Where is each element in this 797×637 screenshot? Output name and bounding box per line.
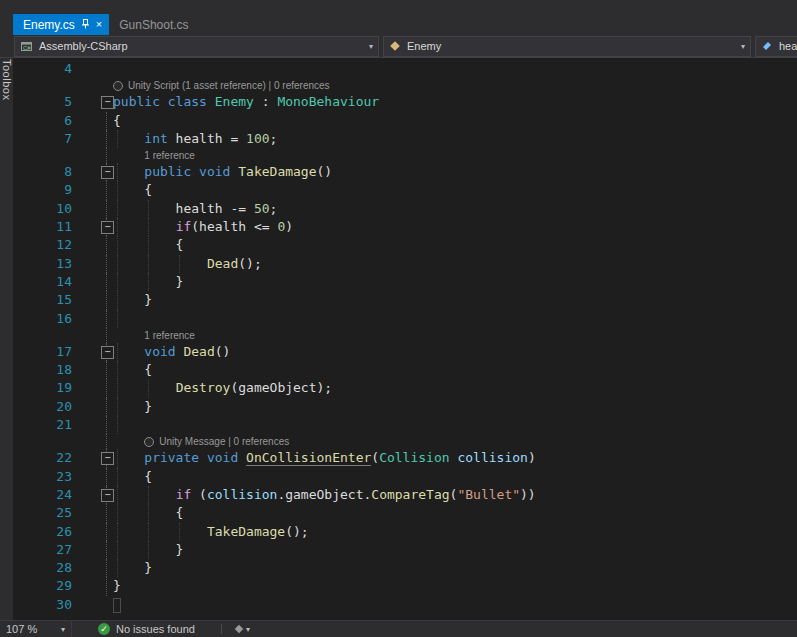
codelens-line[interactable]: Unity Script (1 asset reference) | 0 ref… bbox=[13, 78, 797, 93]
code-line-content[interactable]: } bbox=[113, 577, 797, 595]
code-line-content[interactable] bbox=[113, 416, 797, 434]
toolbox-tab[interactable]: Toolbox bbox=[0, 58, 13, 620]
caret-box bbox=[113, 598, 121, 613]
code-line[interactable]: 10 health -= 50; bbox=[13, 200, 797, 218]
code-line[interactable]: 24− if (collision.gameObject.CompareTag(… bbox=[13, 486, 797, 504]
indent-guide bbox=[117, 273, 118, 291]
code-line[interactable]: 26 TakeDamage(); bbox=[13, 523, 797, 541]
code-line-content[interactable]: Dead(); bbox=[113, 255, 797, 273]
code-line[interactable]: 7 int health = 100; bbox=[13, 130, 797, 148]
line-number: 16 bbox=[13, 310, 72, 328]
fold-collapse-icon[interactable]: − bbox=[101, 96, 114, 109]
code-line-content[interactable]: } bbox=[113, 541, 797, 559]
code-line[interactable]: 9 { bbox=[13, 181, 797, 199]
codelens-content[interactable]: Unity Message | 0 references bbox=[113, 434, 797, 449]
code-line[interactable]: 14 } bbox=[13, 273, 797, 291]
zoom-combo[interactable]: 107 % ▾ bbox=[0, 621, 72, 637]
code-line-content[interactable]: Destroy(gameObject); bbox=[113, 379, 797, 397]
code-line[interactable]: 21 bbox=[13, 416, 797, 434]
fold-collapse-icon[interactable]: − bbox=[101, 221, 114, 234]
codelens-line[interactable]: Unity Message | 0 references bbox=[13, 434, 797, 449]
code-line[interactable]: 17− void Dead() bbox=[13, 343, 797, 361]
code-line-content[interactable]: { bbox=[113, 468, 797, 486]
code-area: 4Unity Script (1 asset reference) | 0 re… bbox=[13, 60, 797, 614]
code-line[interactable]: 30 bbox=[13, 596, 797, 614]
member-dropdown[interactable]: health bbox=[755, 36, 797, 57]
code-line-content[interactable]: { bbox=[113, 361, 797, 379]
code-line[interactable]: 19 Destroy(gameObject); bbox=[13, 379, 797, 397]
document-health-indicator[interactable]: ✓ No issues found bbox=[98, 623, 195, 635]
codelens-text[interactable]: 1 reference bbox=[144, 328, 195, 343]
code-line-content[interactable]: public void TakeDamage() bbox=[113, 163, 797, 181]
code-line[interactable]: 13 Dead(); bbox=[13, 255, 797, 273]
code-line-content[interactable]: { bbox=[113, 236, 797, 254]
fold-collapse-icon[interactable]: − bbox=[101, 166, 114, 179]
code-line-content[interactable]: if (collision.gameObject.CompareTag("Bul… bbox=[113, 486, 797, 504]
codelens-content[interactable]: 1 reference bbox=[113, 148, 797, 163]
indent-guide bbox=[117, 236, 118, 254]
code-line-content[interactable]: { bbox=[113, 112, 797, 130]
tab-label: GunShoot.cs bbox=[119, 18, 188, 32]
code-line-content[interactable]: } bbox=[113, 273, 797, 291]
code-line-content[interactable]: TakeDamage(); bbox=[113, 523, 797, 541]
navigation-bar: C# Assembly-CSharp ▾ Enemy ▾ health bbox=[0, 35, 797, 58]
pin-icon[interactable] bbox=[81, 18, 90, 32]
code-line-content[interactable]: health -= 50; bbox=[113, 200, 797, 218]
fold-collapse-icon[interactable]: − bbox=[101, 489, 114, 502]
indent-guide bbox=[117, 416, 118, 434]
code-line[interactable]: 5−public class Enemy : MonoBehaviour bbox=[13, 93, 797, 111]
tab-enemy-cs[interactable]: Enemy.cs × bbox=[13, 14, 109, 35]
code-line[interactable]: 4 bbox=[13, 60, 797, 78]
indent-guide bbox=[117, 343, 118, 361]
code-line[interactable]: 29} bbox=[13, 577, 797, 595]
code-line[interactable]: 8− public void TakeDamage() bbox=[13, 163, 797, 181]
code-line-content[interactable] bbox=[113, 596, 797, 614]
codelens-line[interactable]: 1 reference bbox=[13, 328, 797, 343]
codelens-text[interactable]: Unity Message | 0 references bbox=[159, 434, 289, 449]
code-line-content[interactable]: if(health <= 0) bbox=[113, 218, 797, 236]
code-line[interactable]: 25 { bbox=[13, 504, 797, 522]
code-line[interactable]: 20 } bbox=[13, 398, 797, 416]
fold-collapse-icon[interactable]: − bbox=[101, 452, 114, 465]
code-line-content[interactable]: } bbox=[113, 291, 797, 309]
codelens-content[interactable]: 1 reference bbox=[113, 328, 797, 343]
project-dropdown[interactable]: C# Assembly-CSharp ▾ bbox=[14, 36, 379, 57]
code-line-content[interactable]: private void OnCollisionEnter(Collision … bbox=[113, 449, 797, 467]
codelens-text[interactable]: 1 reference bbox=[144, 148, 195, 163]
fold-margin bbox=[72, 541, 113, 559]
codelens-line[interactable]: 1 reference bbox=[13, 148, 797, 163]
editor-options-button[interactable]: ▾ bbox=[236, 625, 250, 634]
code-line-content[interactable]: } bbox=[113, 559, 797, 577]
codelens-text[interactable]: Unity Script (1 asset reference) | 0 ref… bbox=[128, 78, 330, 93]
code-line[interactable]: 27 } bbox=[13, 541, 797, 559]
fold-margin bbox=[72, 181, 113, 199]
code-line[interactable]: 12 { bbox=[13, 236, 797, 254]
code-line-content[interactable]: void Dead() bbox=[113, 343, 797, 361]
code-line[interactable]: 23 { bbox=[13, 468, 797, 486]
code-line[interactable]: 11− if(health <= 0) bbox=[13, 218, 797, 236]
code-line-content[interactable]: int health = 100; bbox=[113, 130, 797, 148]
tab-gunshoot-cs[interactable]: GunShoot.cs bbox=[109, 14, 195, 35]
class-icon bbox=[389, 40, 401, 52]
code-line-content[interactable]: } bbox=[113, 398, 797, 416]
code-line-content[interactable]: public class Enemy : MonoBehaviour bbox=[113, 93, 797, 111]
line-number bbox=[13, 148, 72, 163]
fold-collapse-icon[interactable]: − bbox=[101, 346, 114, 359]
code-line-content[interactable]: { bbox=[113, 181, 797, 199]
code-line-content[interactable] bbox=[113, 60, 797, 78]
code-line[interactable]: 16 bbox=[13, 310, 797, 328]
code-editor[interactable]: 4Unity Script (1 asset reference) | 0 re… bbox=[13, 58, 797, 620]
code-line[interactable]: 22− private void OnCollisionEnter(Collis… bbox=[13, 449, 797, 467]
close-icon[interactable]: × bbox=[96, 19, 102, 30]
code-line[interactable]: 18 { bbox=[13, 361, 797, 379]
code-line[interactable]: 28 } bbox=[13, 559, 797, 577]
type-dropdown[interactable]: Enemy ▾ bbox=[383, 36, 751, 57]
code-line-content[interactable]: { bbox=[113, 504, 797, 522]
fold-margin bbox=[72, 379, 113, 397]
fold-margin bbox=[72, 596, 113, 614]
line-number: 30 bbox=[13, 596, 72, 614]
codelens-content[interactable]: Unity Script (1 asset reference) | 0 ref… bbox=[113, 78, 797, 93]
code-line-content[interactable] bbox=[113, 310, 797, 328]
code-line[interactable]: 15 } bbox=[13, 291, 797, 309]
code-line[interactable]: 6{ bbox=[13, 112, 797, 130]
